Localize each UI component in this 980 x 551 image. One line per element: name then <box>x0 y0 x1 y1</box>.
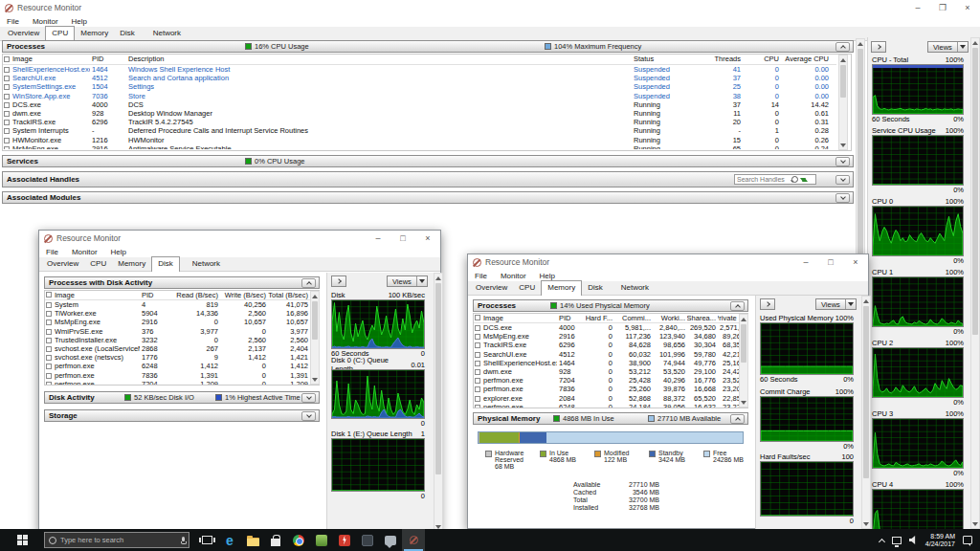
tab-overview[interactable]: Overview <box>470 281 513 295</box>
memory-processes-header[interactable]: Processes 14% Used Physical Memory <box>473 299 748 312</box>
modules-section-header[interactable]: Associated Modules <box>2 191 854 204</box>
start-button[interactable] <box>0 529 44 551</box>
graph-footer-right: 0 <box>850 517 854 525</box>
memory-sidebar-scrollbar[interactable] <box>861 296 871 529</box>
memory-stats: Available27710 MB Cached3546 MB Total327… <box>573 481 659 512</box>
collapse-sidebar-button[interactable] <box>760 298 775 310</box>
views-dropdown[interactable]: Views <box>815 298 857 310</box>
tab-network[interactable]: Network <box>615 281 655 295</box>
taskbar-resource-monitor[interactable] <box>402 529 425 551</box>
views-dropdown[interactable]: Views <box>387 276 428 287</box>
processes-section-header[interactable]: Processes 16% CPU Usage 104% Maximum Fre… <box>2 40 854 53</box>
graph-footer-left: 60 Seconds <box>760 375 798 384</box>
expand-services-button[interactable] <box>835 157 850 166</box>
close-button[interactable]: × <box>955 0 980 15</box>
window-title: Resource Monitor <box>56 233 121 243</box>
collapse-sidebar-button[interactable] <box>871 41 886 53</box>
close-button[interactable]: × <box>843 254 868 270</box>
maximize-button[interactable]: □ <box>818 254 843 270</box>
taskbar-chrome[interactable] <box>287 529 310 551</box>
menu-file[interactable]: File <box>475 272 487 280</box>
main-titlebar[interactable]: Resource Monitor – ❐ × <box>0 0 980 15</box>
taskbar-edge[interactable]: e <box>218 529 241 551</box>
menu-help[interactable]: Help <box>111 248 126 256</box>
collapse-button[interactable] <box>301 278 316 288</box>
minimize-button[interactable]: – <box>793 254 818 270</box>
tab-memory[interactable]: Memory <box>541 280 582 296</box>
maximize-button[interactable]: □ <box>390 231 415 246</box>
collapse-button[interactable] <box>730 301 745 311</box>
volume-icon[interactable] <box>909 536 918 544</box>
taskbar-file-explorer[interactable] <box>241 529 264 551</box>
expand-modules-button[interactable] <box>835 193 850 203</box>
expand-button[interactable] <box>301 393 316 403</box>
expand-handles-button[interactable] <box>835 175 850 185</box>
menu-monitor[interactable]: Monitor <box>33 17 58 26</box>
task-view-button[interactable] <box>195 529 218 551</box>
search-icon[interactable] <box>791 176 798 184</box>
taskbar-store[interactable] <box>264 529 287 551</box>
restore-button[interactable]: ❐ <box>930 0 955 15</box>
minimize-button[interactable]: – <box>366 231 390 246</box>
disk-activity-header[interactable]: Disk Activity 52 KB/sec Disk I/O 1% High… <box>44 391 320 404</box>
network-icon[interactable] <box>892 537 902 544</box>
disk-titlebar[interactable]: Resource Monitor – □ × <box>39 231 440 246</box>
menu-monitor[interactable]: Monitor <box>501 272 526 280</box>
expand-button[interactable] <box>301 411 316 421</box>
search-handles-box[interactable] <box>734 174 816 185</box>
views-dropdown-arrow[interactable] <box>957 42 968 52</box>
menu-file[interactable]: File <box>46 248 58 256</box>
taskbar-green-app[interactable] <box>310 529 333 551</box>
taskbar-messaging-app[interactable] <box>379 529 402 551</box>
physical-memory-header[interactable]: Physical Memory 4868 MB In Use 27710 MB … <box>473 412 748 425</box>
taskbar-red-utility[interactable] <box>333 529 356 551</box>
tab-overview[interactable]: Overview <box>2 27 45 40</box>
refresh-icon[interactable] <box>800 176 808 184</box>
views-dropdown[interactable]: Views <box>927 41 969 53</box>
disk-processes-header[interactable]: Processes with Disk Activity <box>44 276 320 289</box>
tab-memory[interactable]: Memory <box>75 27 114 40</box>
collapse-processes-button[interactable] <box>835 42 850 52</box>
legend-swatch <box>594 451 601 457</box>
tab-disk[interactable]: Disk <box>114 27 141 40</box>
physical-memory-label: Physical Memory <box>478 414 540 423</box>
close-button[interactable]: × <box>415 231 440 246</box>
services-section-header[interactable]: Services 0% CPU Usage <box>2 155 854 167</box>
action-center-icon[interactable] <box>963 536 972 544</box>
search-handles-input[interactable] <box>735 176 791 183</box>
tab-overview[interactable]: Overview <box>41 257 84 271</box>
collapse-button[interactable] <box>730 414 745 424</box>
graph-footer-right: 0% <box>953 115 964 123</box>
taskbar-search[interactable]: Type here to search <box>44 532 189 548</box>
tab-network[interactable]: Network <box>187 257 226 271</box>
views-dropdown-arrow[interactable] <box>416 276 427 286</box>
taskbar-dark-app[interactable] <box>356 529 379 551</box>
disk-sidebar-scrollbar[interactable] <box>434 273 443 532</box>
system-tray: 8:59 AM 4/24/2017 <box>880 533 980 548</box>
handles-section-header[interactable]: Associated Handles <box>2 171 854 187</box>
collapse-sidebar-button[interactable] <box>331 276 346 287</box>
views-dropdown-arrow[interactable] <box>845 299 856 309</box>
memory-table-scrollbar[interactable] <box>739 314 748 408</box>
menu-help[interactable]: Help <box>72 17 87 26</box>
menu-monitor[interactable]: Monitor <box>72 248 98 256</box>
hidden-icons-chevron[interactable] <box>879 538 885 544</box>
disk-table-scrollbar[interactable] <box>310 291 320 385</box>
memory-titlebar[interactable]: Resource Monitor – □ × <box>468 254 868 270</box>
microphone-icon[interactable] <box>181 537 185 544</box>
tab-cpu[interactable]: CPU <box>45 26 75 41</box>
menu-help[interactable]: Help <box>540 272 555 280</box>
tab-network[interactable]: Network <box>147 27 187 40</box>
tab-disk[interactable]: Disk <box>151 256 180 272</box>
tab-memory[interactable]: Memory <box>112 257 151 271</box>
menu-file[interactable]: File <box>7 17 19 26</box>
taskbar-clock[interactable]: 8:59 AM 4/24/2017 <box>925 533 955 548</box>
graph-title: Disk <box>331 291 345 299</box>
tab-cpu[interactable]: CPU <box>513 281 541 295</box>
tab-disk[interactable]: Disk <box>582 281 609 295</box>
minimize-button[interactable]: – <box>905 0 930 15</box>
tab-cpu[interactable]: CPU <box>84 257 112 271</box>
storage-header[interactable]: Storage <box>44 409 320 422</box>
processes-table-scrollbar[interactable] <box>838 55 848 150</box>
sidebar-scrollbar[interactable] <box>970 37 980 529</box>
